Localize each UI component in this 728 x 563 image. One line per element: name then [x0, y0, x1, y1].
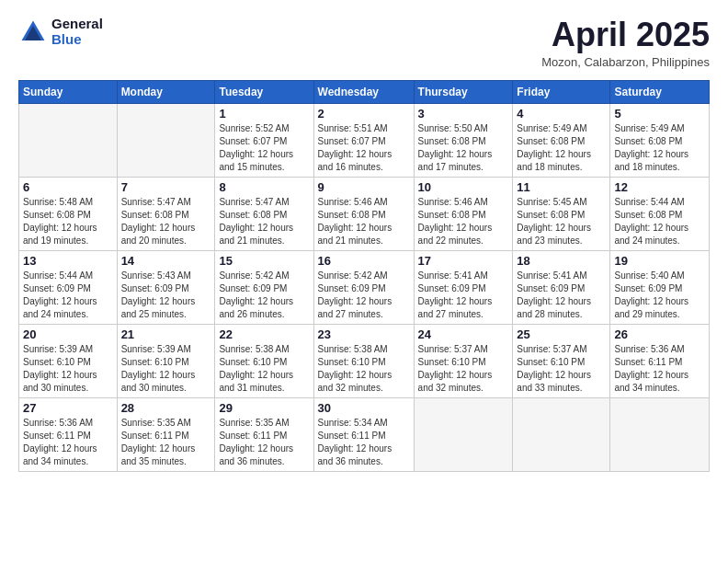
day-number: 26 — [614, 327, 705, 341]
calendar-cell: 28Sunrise: 5:35 AM Sunset: 6:11 PM Dayli… — [117, 397, 215, 471]
day-info: Sunrise: 5:47 AM Sunset: 6:08 PM Dayligh… — [121, 196, 211, 247]
day-number: 10 — [418, 180, 509, 194]
day-number: 24 — [418, 327, 509, 341]
day-number: 12 — [614, 180, 705, 194]
calendar-cell: 29Sunrise: 5:35 AM Sunset: 6:11 PM Dayli… — [215, 397, 313, 471]
calendar-location: Mozon, Calabarzon, Philippines — [541, 55, 710, 69]
calendar-cell: 18Sunrise: 5:41 AM Sunset: 6:09 PM Dayli… — [513, 250, 610, 324]
calendar-cell: 23Sunrise: 5:38 AM Sunset: 6:10 PM Dayli… — [313, 324, 414, 397]
day-number: 2 — [318, 107, 410, 121]
calendar-cell: 7Sunrise: 5:47 AM Sunset: 6:08 PM Daylig… — [117, 177, 215, 250]
page: General Blue April 2025 Mozon, Calabarzo… — [0, 0, 728, 563]
day-info: Sunrise: 5:44 AM Sunset: 6:08 PM Dayligh… — [614, 196, 705, 247]
day-number: 19 — [614, 254, 705, 268]
day-number: 11 — [517, 180, 606, 194]
day-number: 23 — [318, 327, 410, 341]
header-tuesday: Tuesday — [215, 80, 313, 103]
calendar-week-row: 27Sunrise: 5:36 AM Sunset: 6:11 PM Dayli… — [19, 397, 710, 471]
day-info: Sunrise: 5:35 AM Sunset: 6:11 PM Dayligh… — [121, 417, 211, 468]
day-number: 18 — [517, 254, 606, 268]
calendar-week-row: 1Sunrise: 5:52 AM Sunset: 6:07 PM Daylig… — [19, 103, 710, 177]
calendar-cell: 30Sunrise: 5:34 AM Sunset: 6:11 PM Dayli… — [313, 397, 414, 471]
calendar-cell: 26Sunrise: 5:36 AM Sunset: 6:11 PM Dayli… — [610, 324, 710, 397]
calendar-cell: 21Sunrise: 5:39 AM Sunset: 6:10 PM Dayli… — [117, 324, 215, 397]
day-info: Sunrise: 5:41 AM Sunset: 6:09 PM Dayligh… — [517, 270, 606, 321]
logo-blue: Blue — [51, 32, 103, 48]
calendar-cell: 19Sunrise: 5:40 AM Sunset: 6:09 PM Dayli… — [610, 250, 710, 324]
day-number: 8 — [219, 180, 309, 194]
calendar-cell: 12Sunrise: 5:44 AM Sunset: 6:08 PM Dayli… — [610, 177, 710, 250]
day-number: 29 — [219, 401, 309, 415]
logo-icon — [18, 17, 48, 47]
day-info: Sunrise: 5:39 AM Sunset: 6:10 PM Dayligh… — [121, 343, 211, 395]
day-number: 9 — [318, 180, 410, 194]
day-number: 30 — [318, 401, 410, 415]
calendar-cell: 1Sunrise: 5:52 AM Sunset: 6:07 PM Daylig… — [215, 103, 313, 177]
calendar-cell: 3Sunrise: 5:50 AM Sunset: 6:08 PM Daylig… — [414, 103, 513, 177]
calendar-cell: 16Sunrise: 5:42 AM Sunset: 6:09 PM Dayli… — [313, 250, 414, 324]
day-info: Sunrise: 5:45 AM Sunset: 6:08 PM Dayligh… — [517, 196, 606, 247]
header-wednesday: Wednesday — [313, 80, 414, 103]
calendar-cell: 11Sunrise: 5:45 AM Sunset: 6:08 PM Dayli… — [513, 177, 610, 250]
header-monday: Monday — [117, 80, 215, 103]
day-number: 27 — [23, 401, 113, 415]
weekday-header-row: Sunday Monday Tuesday Wednesday Thursday… — [19, 80, 710, 103]
day-info: Sunrise: 5:49 AM Sunset: 6:08 PM Dayligh… — [614, 122, 705, 174]
day-info: Sunrise: 5:37 AM Sunset: 6:10 PM Dayligh… — [418, 343, 509, 395]
calendar-cell: 13Sunrise: 5:44 AM Sunset: 6:09 PM Dayli… — [19, 250, 118, 324]
calendar-cell: 24Sunrise: 5:37 AM Sunset: 6:10 PM Dayli… — [414, 324, 513, 397]
calendar-cell — [414, 397, 513, 471]
day-info: Sunrise: 5:46 AM Sunset: 6:08 PM Dayligh… — [318, 196, 410, 247]
calendar-cell — [513, 397, 610, 471]
calendar-cell: 6Sunrise: 5:48 AM Sunset: 6:08 PM Daylig… — [19, 177, 118, 250]
day-number: 17 — [418, 254, 509, 268]
calendar-cell: 14Sunrise: 5:43 AM Sunset: 6:09 PM Dayli… — [117, 250, 215, 324]
calendar-cell: 20Sunrise: 5:39 AM Sunset: 6:10 PM Dayli… — [19, 324, 118, 397]
day-info: Sunrise: 5:51 AM Sunset: 6:07 PM Dayligh… — [318, 122, 410, 174]
day-info: Sunrise: 5:47 AM Sunset: 6:08 PM Dayligh… — [219, 196, 309, 247]
day-number: 21 — [121, 327, 211, 341]
header-saturday: Saturday — [610, 80, 710, 103]
header-sunday: Sunday — [19, 80, 118, 103]
day-number: 7 — [121, 180, 211, 194]
day-info: Sunrise: 5:52 AM Sunset: 6:07 PM Dayligh… — [219, 122, 309, 174]
calendar-cell: 15Sunrise: 5:42 AM Sunset: 6:09 PM Dayli… — [215, 250, 313, 324]
day-info: Sunrise: 5:49 AM Sunset: 6:08 PM Dayligh… — [517, 122, 606, 174]
day-info: Sunrise: 5:38 AM Sunset: 6:10 PM Dayligh… — [219, 343, 309, 395]
calendar-cell: 4Sunrise: 5:49 AM Sunset: 6:08 PM Daylig… — [513, 103, 610, 177]
day-info: Sunrise: 5:42 AM Sunset: 6:09 PM Dayligh… — [219, 270, 309, 321]
calendar-cell: 27Sunrise: 5:36 AM Sunset: 6:11 PM Dayli… — [19, 397, 118, 471]
day-number: 3 — [418, 107, 509, 121]
calendar-title: April 2025 — [541, 17, 710, 53]
calendar-cell: 8Sunrise: 5:47 AM Sunset: 6:08 PM Daylig… — [215, 177, 313, 250]
calendar-cell: 5Sunrise: 5:49 AM Sunset: 6:08 PM Daylig… — [610, 103, 710, 177]
day-number: 20 — [23, 327, 113, 341]
calendar-week-row: 13Sunrise: 5:44 AM Sunset: 6:09 PM Dayli… — [19, 250, 710, 324]
day-info: Sunrise: 5:43 AM Sunset: 6:09 PM Dayligh… — [121, 270, 211, 321]
day-number: 6 — [23, 180, 113, 194]
logo: General Blue — [18, 17, 103, 47]
header-thursday: Thursday — [414, 80, 513, 103]
day-number: 22 — [219, 327, 309, 341]
calendar-week-row: 20Sunrise: 5:39 AM Sunset: 6:10 PM Dayli… — [19, 324, 710, 397]
calendar-cell — [117, 103, 215, 177]
calendar-cell: 22Sunrise: 5:38 AM Sunset: 6:10 PM Dayli… — [215, 324, 313, 397]
day-info: Sunrise: 5:44 AM Sunset: 6:09 PM Dayligh… — [23, 270, 113, 321]
day-number: 15 — [219, 254, 309, 268]
calendar-cell: 10Sunrise: 5:46 AM Sunset: 6:08 PM Dayli… — [414, 177, 513, 250]
calendar-cell: 9Sunrise: 5:46 AM Sunset: 6:08 PM Daylig… — [313, 177, 414, 250]
calendar-cell: 17Sunrise: 5:41 AM Sunset: 6:09 PM Dayli… — [414, 250, 513, 324]
day-number: 28 — [121, 401, 211, 415]
calendar-cell — [19, 103, 118, 177]
header-friday: Friday — [513, 80, 610, 103]
calendar-week-row: 6Sunrise: 5:48 AM Sunset: 6:08 PM Daylig… — [19, 177, 710, 250]
title-block: April 2025 Mozon, Calabarzon, Philippine… — [541, 17, 710, 69]
calendar-table: Sunday Monday Tuesday Wednesday Thursday… — [18, 80, 710, 472]
day-info: Sunrise: 5:46 AM Sunset: 6:08 PM Dayligh… — [418, 196, 509, 247]
calendar-cell: 25Sunrise: 5:37 AM Sunset: 6:10 PM Dayli… — [513, 324, 610, 397]
day-number: 5 — [614, 107, 705, 121]
day-info: Sunrise: 5:35 AM Sunset: 6:11 PM Dayligh… — [219, 417, 309, 468]
day-info: Sunrise: 5:39 AM Sunset: 6:10 PM Dayligh… — [23, 343, 113, 395]
day-info: Sunrise: 5:36 AM Sunset: 6:11 PM Dayligh… — [614, 343, 705, 395]
header: General Blue April 2025 Mozon, Calabarzo… — [18, 17, 710, 69]
